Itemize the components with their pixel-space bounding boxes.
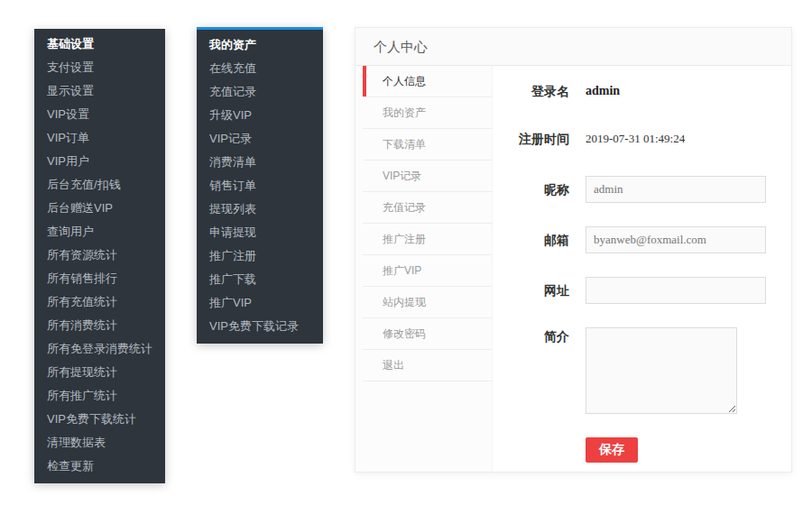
sidebar-item[interactable]: 在线充值 [197,57,323,80]
sidebar-item[interactable]: 清理数据表 [34,431,165,454]
sidebar-item-label: 升级VIP [209,108,252,122]
tab-item-label: 退出 [383,359,404,372]
sidebar-item[interactable]: 后台赠送VIP [34,197,165,220]
sidebar-item[interactable]: 推广注册 [197,244,323,268]
tab-item-label: 下载清单 [383,138,426,151]
login-name-row: 登录名 admin [493,82,791,100]
intro-textarea[interactable] [586,327,737,414]
sidebar-item[interactable]: 显示设置 [34,79,165,103]
register-time-row: 注册时间 2019-07-31 01:49:24 [493,130,791,148]
register-time-value: 2019-07-31 01:49:24 [586,132,685,146]
website-row: 网址 [493,277,791,304]
intro-row: 简介 [493,327,791,414]
nickname-input[interactable] [586,176,766,203]
sidebar-item[interactable]: VIP记录 [197,127,323,151]
sidebar-item[interactable]: VIP免费下载记录 [197,315,323,338]
tab-item[interactable]: 个人信息 [363,66,492,97]
login-name-label: 登录名 [493,82,569,100]
sidebar-item[interactable]: 销售订单 [197,174,323,197]
save-button[interactable]: 保存 [586,437,638,463]
sidebar-item[interactable]: 推广下载 [197,268,323,291]
sidebar-item[interactable]: 消费清单 [197,151,323,174]
sidebar-item-label: VIP免费下载统计 [47,412,136,426]
tab-item[interactable]: VIP记录 [363,161,492,192]
sidebar-item-label: 申请提现 [209,225,256,239]
tab-item-label: 推广VIP [383,264,421,277]
sidebar-item-label: 所有资源统计 [47,248,117,262]
sidebar-item[interactable]: 所有资源统计 [34,243,165,267]
sidebar-item-label: 销售订单 [209,179,256,192]
tab-item-label: 站内提现 [383,296,426,308]
tab-item-label: 推广注册 [383,233,426,245]
sidebar-item-label: 显示设置 [47,84,94,97]
sidebar-item[interactable]: 推广VIP [197,291,323,315]
sidebar-item-label: 充值记录 [209,85,256,98]
sidebar-item-label: VIP免费下载记录 [209,319,299,333]
website-label: 网址 [493,281,569,299]
email-label: 邮箱 [493,231,569,249]
sidebar-item[interactable]: 我的资产 [197,33,323,57]
personal-center-panel: 个人中心 个人信息 我的资产 下载清单 VIP记录 [355,27,792,473]
tab-item[interactable]: 退出 [363,350,492,381]
email-row: 邮箱 [493,226,791,253]
tab-item-label: 我的资产 [383,106,426,119]
sidebar-item[interactable]: 所有提现统计 [34,361,165,384]
sidebar-item[interactable]: 后台充值/扣钱 [34,173,165,197]
sidebar-item[interactable]: 所有销售排行 [34,267,165,290]
tab-item[interactable]: 修改密码 [363,318,492,350]
settings-sidebar: 基础设置 支付设置 显示设置 VIP设置 VIP订单 VIP用户 后台充值/扣钱… [34,29,165,483]
sidebar-item[interactable]: VIP订单 [34,126,165,150]
tab-item-label: VIP记录 [383,170,421,182]
panel-body: 个人信息 我的资产 下载清单 VIP记录 充值记录 [355,66,791,472]
sidebar-item-label: 在线充值 [209,61,256,75]
sidebar-item-label: 后台赠送VIP [47,201,113,215]
sidebar-item[interactable]: 所有消费统计 [34,314,165,337]
sidebar-item[interactable]: VIP用户 [34,150,165,173]
sidebar-item-label: 所有推广统计 [47,389,117,402]
tab-item[interactable]: 充值记录 [363,192,492,224]
sidebar-item-label: 清理数据表 [47,436,106,449]
tab-item-label: 修改密码 [383,327,426,340]
sidebar-item[interactable]: VIP设置 [34,103,165,126]
tab-item-label: 充值记录 [383,201,426,214]
sidebar-item[interactable]: 所有推广统计 [34,384,165,408]
tab-item[interactable]: 推广注册 [363,224,492,255]
login-name-value: admin [586,84,620,98]
sidebar-item[interactable]: VIP免费下载统计 [34,408,165,431]
sidebar-item-label: 后台充值/扣钱 [47,178,121,191]
sidebar-item-label: 所有免登录消费统计 [47,342,152,355]
sidebar-item[interactable]: 支付设置 [34,56,165,79]
sidebar-item-label: 提现列表 [209,202,256,216]
sidebar-item-label: 所有销售排行 [47,271,117,285]
sidebar-item[interactable]: 所有免登录消费统计 [34,337,165,361]
sidebar-item-label: 所有消费统计 [47,318,117,332]
tab-item[interactable]: 下载清单 [363,129,492,161]
nickname-row: 昵称 [493,176,791,203]
website-input[interactable] [586,277,766,304]
sidebar-item[interactable]: 申请提现 [197,221,323,244]
sidebar-item[interactable]: 所有充值统计 [34,290,165,314]
sidebar-item-label: 支付设置 [47,60,94,74]
tab-item[interactable]: 我的资产 [363,97,492,129]
sidebar-item[interactable]: 查询用户 [34,220,165,243]
email-input[interactable] [586,226,766,253]
sidebar-item-label: VIP记录 [209,132,252,145]
sidebar-item-label: 基础设置 [47,37,94,50]
sidebar-item-label: VIP用户 [47,154,89,168]
tab-item-label: 个人信息 [383,75,426,87]
sidebar-item-label: VIP设置 [47,107,89,121]
sidebar-item[interactable]: 基础设置 [34,32,165,56]
sidebar-item-label: 推广VIP [209,296,252,309]
sidebar-item-label: 检查更新 [47,459,94,473]
sidebar-item-label: 所有充值统计 [47,295,117,308]
panel-title: 个人中心 [355,28,791,66]
sidebar-item[interactable]: 充值记录 [197,80,323,104]
nickname-label: 昵称 [493,180,569,198]
tab-item[interactable]: 站内提现 [363,287,492,318]
sidebar-item[interactable]: 提现列表 [197,197,323,221]
sidebar-item-label: 我的资产 [209,38,256,51]
save-row: 保存 [586,437,791,463]
sidebar-item[interactable]: 检查更新 [34,454,165,478]
sidebar-item[interactable]: 升级VIP [197,104,323,127]
tab-item[interactable]: 推广VIP [363,255,492,287]
